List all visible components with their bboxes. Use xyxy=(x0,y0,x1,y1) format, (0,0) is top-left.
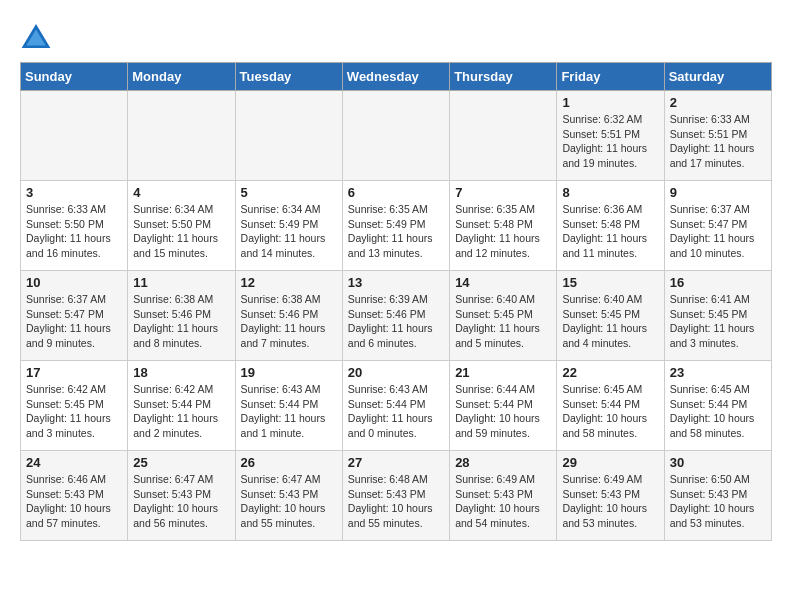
day-number: 1 xyxy=(562,95,658,110)
day-info: Sunrise: 6:49 AM Sunset: 5:43 PM Dayligh… xyxy=(455,472,551,531)
day-info: Sunrise: 6:33 AM Sunset: 5:50 PM Dayligh… xyxy=(26,202,122,261)
day-info: Sunrise: 6:39 AM Sunset: 5:46 PM Dayligh… xyxy=(348,292,444,351)
week-row-4: 17Sunrise: 6:42 AM Sunset: 5:45 PM Dayli… xyxy=(21,361,772,451)
day-info: Sunrise: 6:44 AM Sunset: 5:44 PM Dayligh… xyxy=(455,382,551,441)
column-header-tuesday: Tuesday xyxy=(235,63,342,91)
column-header-thursday: Thursday xyxy=(450,63,557,91)
day-info: Sunrise: 6:35 AM Sunset: 5:48 PM Dayligh… xyxy=(455,202,551,261)
day-number: 11 xyxy=(133,275,229,290)
column-header-saturday: Saturday xyxy=(664,63,771,91)
column-header-sunday: Sunday xyxy=(21,63,128,91)
week-row-5: 24Sunrise: 6:46 AM Sunset: 5:43 PM Dayli… xyxy=(21,451,772,541)
day-cell: 16Sunrise: 6:41 AM Sunset: 5:45 PM Dayli… xyxy=(664,271,771,361)
day-info: Sunrise: 6:46 AM Sunset: 5:43 PM Dayligh… xyxy=(26,472,122,531)
day-info: Sunrise: 6:42 AM Sunset: 5:44 PM Dayligh… xyxy=(133,382,229,441)
day-number: 30 xyxy=(670,455,766,470)
day-cell: 23Sunrise: 6:45 AM Sunset: 5:44 PM Dayli… xyxy=(664,361,771,451)
day-cell: 6Sunrise: 6:35 AM Sunset: 5:49 PM Daylig… xyxy=(342,181,449,271)
day-number: 7 xyxy=(455,185,551,200)
day-info: Sunrise: 6:43 AM Sunset: 5:44 PM Dayligh… xyxy=(348,382,444,441)
day-number: 2 xyxy=(670,95,766,110)
day-cell xyxy=(21,91,128,181)
day-number: 27 xyxy=(348,455,444,470)
day-cell: 14Sunrise: 6:40 AM Sunset: 5:45 PM Dayli… xyxy=(450,271,557,361)
day-info: Sunrise: 6:34 AM Sunset: 5:49 PM Dayligh… xyxy=(241,202,337,261)
day-cell: 21Sunrise: 6:44 AM Sunset: 5:44 PM Dayli… xyxy=(450,361,557,451)
day-info: Sunrise: 6:40 AM Sunset: 5:45 PM Dayligh… xyxy=(562,292,658,351)
day-number: 8 xyxy=(562,185,658,200)
day-info: Sunrise: 6:33 AM Sunset: 5:51 PM Dayligh… xyxy=(670,112,766,171)
day-cell: 8Sunrise: 6:36 AM Sunset: 5:48 PM Daylig… xyxy=(557,181,664,271)
day-info: Sunrise: 6:34 AM Sunset: 5:50 PM Dayligh… xyxy=(133,202,229,261)
day-info: Sunrise: 6:49 AM Sunset: 5:43 PM Dayligh… xyxy=(562,472,658,531)
day-info: Sunrise: 6:37 AM Sunset: 5:47 PM Dayligh… xyxy=(26,292,122,351)
day-number: 19 xyxy=(241,365,337,380)
calendar-body: 1Sunrise: 6:32 AM Sunset: 5:51 PM Daylig… xyxy=(21,91,772,541)
day-cell: 10Sunrise: 6:37 AM Sunset: 5:47 PM Dayli… xyxy=(21,271,128,361)
day-cell: 27Sunrise: 6:48 AM Sunset: 5:43 PM Dayli… xyxy=(342,451,449,541)
day-number: 3 xyxy=(26,185,122,200)
day-info: Sunrise: 6:32 AM Sunset: 5:51 PM Dayligh… xyxy=(562,112,658,171)
day-cell: 1Sunrise: 6:32 AM Sunset: 5:51 PM Daylig… xyxy=(557,91,664,181)
day-cell: 22Sunrise: 6:45 AM Sunset: 5:44 PM Dayli… xyxy=(557,361,664,451)
day-number: 29 xyxy=(562,455,658,470)
day-number: 18 xyxy=(133,365,229,380)
day-number: 15 xyxy=(562,275,658,290)
day-cell xyxy=(128,91,235,181)
day-number: 16 xyxy=(670,275,766,290)
day-number: 17 xyxy=(26,365,122,380)
day-cell: 11Sunrise: 6:38 AM Sunset: 5:46 PM Dayli… xyxy=(128,271,235,361)
day-info: Sunrise: 6:38 AM Sunset: 5:46 PM Dayligh… xyxy=(241,292,337,351)
logo-icon xyxy=(20,20,52,52)
day-number: 21 xyxy=(455,365,551,380)
week-row-2: 3Sunrise: 6:33 AM Sunset: 5:50 PM Daylig… xyxy=(21,181,772,271)
day-cell xyxy=(342,91,449,181)
day-info: Sunrise: 6:47 AM Sunset: 5:43 PM Dayligh… xyxy=(241,472,337,531)
day-info: Sunrise: 6:40 AM Sunset: 5:45 PM Dayligh… xyxy=(455,292,551,351)
logo xyxy=(20,20,58,52)
page-header xyxy=(20,20,772,52)
day-cell: 15Sunrise: 6:40 AM Sunset: 5:45 PM Dayli… xyxy=(557,271,664,361)
column-header-monday: Monday xyxy=(128,63,235,91)
header-row: SundayMondayTuesdayWednesdayThursdayFrid… xyxy=(21,63,772,91)
column-header-friday: Friday xyxy=(557,63,664,91)
day-cell: 7Sunrise: 6:35 AM Sunset: 5:48 PM Daylig… xyxy=(450,181,557,271)
day-cell: 20Sunrise: 6:43 AM Sunset: 5:44 PM Dayli… xyxy=(342,361,449,451)
day-number: 26 xyxy=(241,455,337,470)
day-cell: 28Sunrise: 6:49 AM Sunset: 5:43 PM Dayli… xyxy=(450,451,557,541)
calendar-table: SundayMondayTuesdayWednesdayThursdayFrid… xyxy=(20,62,772,541)
week-row-1: 1Sunrise: 6:32 AM Sunset: 5:51 PM Daylig… xyxy=(21,91,772,181)
day-number: 5 xyxy=(241,185,337,200)
day-cell: 29Sunrise: 6:49 AM Sunset: 5:43 PM Dayli… xyxy=(557,451,664,541)
day-number: 14 xyxy=(455,275,551,290)
day-cell: 25Sunrise: 6:47 AM Sunset: 5:43 PM Dayli… xyxy=(128,451,235,541)
day-info: Sunrise: 6:37 AM Sunset: 5:47 PM Dayligh… xyxy=(670,202,766,261)
day-info: Sunrise: 6:38 AM Sunset: 5:46 PM Dayligh… xyxy=(133,292,229,351)
day-info: Sunrise: 6:36 AM Sunset: 5:48 PM Dayligh… xyxy=(562,202,658,261)
day-number: 22 xyxy=(562,365,658,380)
day-number: 10 xyxy=(26,275,122,290)
day-cell: 18Sunrise: 6:42 AM Sunset: 5:44 PM Dayli… xyxy=(128,361,235,451)
day-number: 12 xyxy=(241,275,337,290)
day-number: 20 xyxy=(348,365,444,380)
day-info: Sunrise: 6:50 AM Sunset: 5:43 PM Dayligh… xyxy=(670,472,766,531)
day-cell: 5Sunrise: 6:34 AM Sunset: 5:49 PM Daylig… xyxy=(235,181,342,271)
day-cell: 26Sunrise: 6:47 AM Sunset: 5:43 PM Dayli… xyxy=(235,451,342,541)
day-cell: 12Sunrise: 6:38 AM Sunset: 5:46 PM Dayli… xyxy=(235,271,342,361)
day-number: 23 xyxy=(670,365,766,380)
day-number: 6 xyxy=(348,185,444,200)
day-cell xyxy=(450,91,557,181)
day-cell: 19Sunrise: 6:43 AM Sunset: 5:44 PM Dayli… xyxy=(235,361,342,451)
day-cell: 30Sunrise: 6:50 AM Sunset: 5:43 PM Dayli… xyxy=(664,451,771,541)
day-cell: 13Sunrise: 6:39 AM Sunset: 5:46 PM Dayli… xyxy=(342,271,449,361)
day-info: Sunrise: 6:48 AM Sunset: 5:43 PM Dayligh… xyxy=(348,472,444,531)
column-header-wednesday: Wednesday xyxy=(342,63,449,91)
week-row-3: 10Sunrise: 6:37 AM Sunset: 5:47 PM Dayli… xyxy=(21,271,772,361)
day-info: Sunrise: 6:47 AM Sunset: 5:43 PM Dayligh… xyxy=(133,472,229,531)
day-number: 28 xyxy=(455,455,551,470)
day-info: Sunrise: 6:35 AM Sunset: 5:49 PM Dayligh… xyxy=(348,202,444,261)
day-info: Sunrise: 6:45 AM Sunset: 5:44 PM Dayligh… xyxy=(562,382,658,441)
day-number: 24 xyxy=(26,455,122,470)
day-info: Sunrise: 6:43 AM Sunset: 5:44 PM Dayligh… xyxy=(241,382,337,441)
day-cell: 4Sunrise: 6:34 AM Sunset: 5:50 PM Daylig… xyxy=(128,181,235,271)
